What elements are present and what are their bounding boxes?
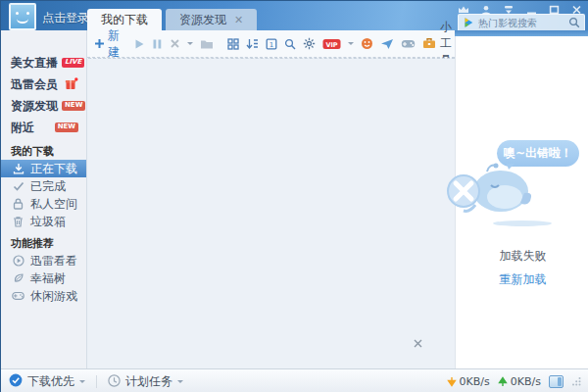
sidebar-item-happiness-tree[interactable]: 幸福树 xyxy=(1,270,86,287)
user-avatar[interactable] xyxy=(9,3,36,30)
sort-list-icon[interactable] xyxy=(246,38,259,50)
down-arrow-icon xyxy=(447,372,457,391)
load-failed-text: 加载失败 xyxy=(456,248,588,265)
lock-icon xyxy=(12,198,24,211)
statusbar-right: 0KB/s 0KB/s xyxy=(447,372,581,391)
sidebar-item-trash[interactable]: 垃圾箱 xyxy=(1,213,86,230)
section-header-recommended: 功能推荐 xyxy=(1,234,86,252)
toolbox-icon xyxy=(422,34,436,53)
download-list-area[interactable] xyxy=(88,58,455,368)
new-badge: NEW xyxy=(62,101,85,111)
delete-task-icon[interactable] xyxy=(170,38,180,49)
games-gamepad-icon[interactable] xyxy=(401,38,416,49)
sidebar-item-completed[interactable]: 已完成 xyxy=(1,177,86,195)
sidebar-item-label: 迅雷会员 xyxy=(11,76,61,93)
clock-icon xyxy=(108,372,121,391)
tab-resource-discovery[interactable]: 资源发现 ✕ xyxy=(166,9,257,30)
sidebar-item-vip-member[interactable]: 迅雷会员 xyxy=(1,74,86,95)
detail-panel-toggle[interactable] xyxy=(549,375,564,388)
sidebar-item-label: 幸福树 xyxy=(30,270,66,287)
status-bar: 下载优先 计划任务 0KB/s 0KB/s xyxy=(1,368,588,392)
sidebar-item-nearby[interactable]: 附近 NEW xyxy=(1,117,86,138)
schedule-label: 计划任务 xyxy=(125,373,172,390)
live-badge: LIVE xyxy=(62,58,84,68)
leaf-icon xyxy=(12,272,24,285)
info-panel: 噢~出错啦！ 加载失败 重新加载 xyxy=(455,36,588,368)
statusbar-divider xyxy=(96,375,97,388)
download-mode-button[interactable]: 下载优先 xyxy=(9,372,85,391)
mascot-shadow xyxy=(493,220,552,226)
avatar-eye xyxy=(26,12,29,15)
sidebar-item-label: 正在下载 xyxy=(30,161,77,177)
tab-close-icon[interactable]: ✕ xyxy=(234,15,243,25)
upload-speed: 0KB/s xyxy=(498,372,541,391)
view-grid-icon[interactable] xyxy=(227,38,239,50)
filter-search-icon[interactable] xyxy=(284,38,296,50)
sidebar-item-label: 资源发现 xyxy=(11,98,58,115)
sidebar-item-label: 已完成 xyxy=(30,178,66,195)
play-circle-icon xyxy=(12,255,24,268)
svg-text:1: 1 xyxy=(270,40,273,48)
title-bar: 点击登录 我的下载 资源发现 ✕ xyxy=(1,1,588,30)
search-input[interactable] xyxy=(478,18,564,28)
gamepad-icon xyxy=(12,290,24,303)
tab-label: 我的下载 xyxy=(101,12,148,28)
avatar-eye xyxy=(16,12,19,15)
delete-options-caret-icon[interactable] xyxy=(187,42,193,48)
mode-check-icon xyxy=(9,372,23,391)
sidebar-item-label: 垃圾箱 xyxy=(30,214,66,230)
download-icon xyxy=(12,163,24,175)
mode-label: 下载优先 xyxy=(27,373,74,390)
emoji-face-icon[interactable] xyxy=(361,37,373,50)
download-speed-value: 0KB/s xyxy=(460,375,490,388)
login-link[interactable]: 点击登录 xyxy=(42,10,89,26)
upload-speed-value: 0KB/s xyxy=(511,375,541,388)
sidebar-item-resource-discovery[interactable]: 资源发现 NEW xyxy=(1,95,86,117)
section-header-my-downloads: 我的下载 xyxy=(1,142,86,160)
mascot-bird-icon xyxy=(440,154,548,226)
avatar-mouth xyxy=(17,19,28,24)
tab-label: 资源发现 xyxy=(179,12,226,28)
resize-grip[interactable] xyxy=(571,376,581,386)
sidebar-item-label: 私人空间 xyxy=(30,196,77,213)
sidebar-item-label: 附近 xyxy=(11,120,51,136)
scheduled-tasks-button[interactable]: 计划任务 xyxy=(108,372,183,391)
sidebar-item-label: 迅雷看看 xyxy=(30,253,77,270)
sidebar-item-label: 休闲游戏 xyxy=(30,288,77,305)
sidebar-item-downloading[interactable]: 正在下载 xyxy=(1,160,86,177)
plus-icon xyxy=(94,34,105,53)
schedule-caret-icon xyxy=(177,380,183,386)
sidebar-item-kankan[interactable]: 迅雷看看 xyxy=(1,252,86,270)
svg-text:VIP: VIP xyxy=(325,40,337,48)
task-detail-icon[interactable]: 1 xyxy=(266,38,277,50)
sidebar-item-private-space[interactable]: 私人空间 xyxy=(1,195,86,213)
settings-gear-icon[interactable] xyxy=(303,37,316,50)
check-icon xyxy=(12,180,24,193)
vip-options-caret-icon[interactable] xyxy=(348,42,354,48)
new-task-button[interactable]: 新建 xyxy=(94,27,120,61)
toolbar: 新建 1 VIP xyxy=(87,30,455,58)
close-hint-icon[interactable] xyxy=(412,337,423,349)
gift-icon xyxy=(65,75,78,94)
vip-accelerate-icon[interactable]: VIP xyxy=(322,38,341,50)
start-download-icon[interactable] xyxy=(133,38,145,50)
sidebar-item-label: 美女直播 xyxy=(11,55,58,72)
sidebar-item-beauty-live[interactable]: 美女直播 LIVE xyxy=(1,52,86,74)
new-badge: NEW xyxy=(55,122,78,132)
app-window: 点击登录 我的下载 资源发现 ✕ xyxy=(0,0,588,392)
pause-download-icon[interactable] xyxy=(152,38,163,50)
open-folder-icon[interactable] xyxy=(200,38,214,50)
mode-caret-icon xyxy=(79,380,85,386)
new-task-label: 新建 xyxy=(108,27,120,61)
sidebar: 美女直播 LIVE 迅雷会员 资源发现 NEW 附近 NEW 我的下载 正在下载 xyxy=(1,30,87,368)
sidebar-item-casual-games[interactable]: 休闲游戏 xyxy=(1,287,86,305)
reload-link[interactable]: 重新加载 xyxy=(456,271,588,288)
trash-icon xyxy=(12,216,24,228)
share-plane-icon[interactable] xyxy=(380,38,394,50)
up-arrow-icon xyxy=(498,372,508,391)
download-speed: 0KB/s xyxy=(447,372,490,391)
